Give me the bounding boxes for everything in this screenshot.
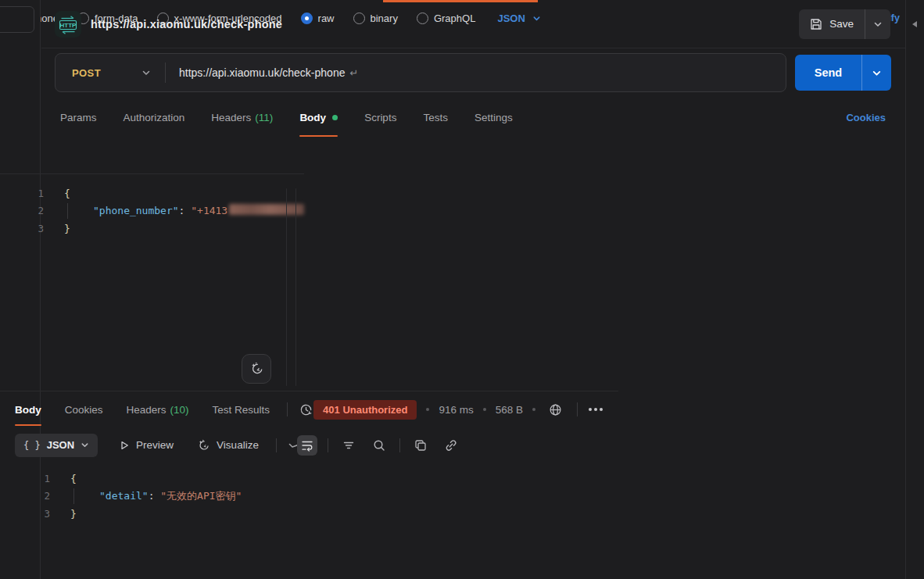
wrap-text-icon xyxy=(300,438,314,452)
response-status-cluster: 401 Unauthorized 916 ms 568 B xyxy=(313,399,604,420)
link-icon xyxy=(444,438,458,452)
tab-tests[interactable]: Tests xyxy=(423,97,448,138)
response-headers-count-badge: (10) xyxy=(170,404,189,416)
dot-separator xyxy=(483,408,486,411)
body-modified-dot xyxy=(332,115,338,120)
response-body-viewer[interactable]: 1 { 2 "detail": "无效的API密钥" 3 } xyxy=(0,463,242,579)
chevron-down-icon xyxy=(288,441,297,450)
divider xyxy=(165,63,166,83)
sparkle-assistant-icon xyxy=(249,361,264,377)
divider xyxy=(287,402,288,416)
tab-body[interactable]: Body xyxy=(299,97,338,138)
braces-icon: { } xyxy=(23,440,41,451)
code-line: 2 "detail": "无效的API密钥" xyxy=(0,488,242,506)
save-options-button[interactable] xyxy=(865,9,890,39)
url-input-box: POST https://api.xiaomu.uk/check-phone ↵ xyxy=(55,53,786,92)
request-body-editor[interactable]: 1 { 2 "phone_number": "+1413 3 } xyxy=(0,173,304,391)
sidebar-collapsed-tab[interactable] xyxy=(0,6,34,33)
divider xyxy=(276,438,277,452)
request-url-row: POST https://api.xiaomu.uk/check-phone ↵… xyxy=(41,48,905,97)
line-number: 3 xyxy=(0,508,50,520)
dot-separator xyxy=(532,408,535,411)
active-window-tab-indicator xyxy=(383,0,538,2)
chevron-down-icon xyxy=(81,441,89,449)
line-number: 2 xyxy=(0,205,44,216)
http-request-icon: HTTP xyxy=(55,11,81,38)
copy-icon xyxy=(414,438,428,452)
send-button[interactable]: Send xyxy=(795,55,861,91)
tab-headers[interactable]: Headers(11) xyxy=(211,97,273,138)
tab-authorization[interactable]: Authorization xyxy=(124,97,185,138)
response-format-selector[interactable]: { } JSON xyxy=(15,434,98,457)
right-sidebar-rail xyxy=(905,0,924,579)
more-options-icon[interactable] xyxy=(587,406,604,413)
line-number: 1 xyxy=(0,473,50,484)
response-tab-body[interactable]: Body xyxy=(15,391,41,427)
play-icon xyxy=(119,440,130,451)
format-label: JSON xyxy=(47,439,74,451)
svg-text:HTTP: HTTP xyxy=(60,22,77,29)
code-line: 3 } xyxy=(0,505,242,523)
copy-button[interactable] xyxy=(410,435,431,456)
tab-settings[interactable]: Settings xyxy=(475,97,513,138)
save-button-group: Save xyxy=(799,9,890,39)
send-button-group: Send xyxy=(795,55,891,91)
link-button[interactable] xyxy=(441,435,461,456)
method-label: POST xyxy=(72,67,101,79)
line-number: 1 xyxy=(0,188,44,199)
divider xyxy=(328,438,328,452)
chevron-down-icon xyxy=(872,68,882,78)
tab-params[interactable]: Params xyxy=(60,97,97,138)
collapse-panel-caret-icon[interactable] xyxy=(912,21,917,27)
response-tab-cookies[interactable]: Cookies xyxy=(65,391,103,427)
response-header: Body Cookies Headers(10) Test Results 40… xyxy=(0,391,618,427)
response-tab-headers[interactable]: Headers(10) xyxy=(127,391,189,427)
response-size: 568 B xyxy=(496,404,523,416)
headers-count-badge: (11) xyxy=(255,112,273,123)
response-tab-test-results[interactable]: Test Results xyxy=(213,391,270,427)
response-history-button[interactable] xyxy=(299,402,313,417)
sparkle-visualize-icon xyxy=(196,438,210,452)
redacted-value-blur xyxy=(229,204,304,215)
globe-icon xyxy=(548,402,563,417)
status-badge: 401 Unauthorized xyxy=(313,400,417,420)
wrap-text-button[interactable] xyxy=(297,435,317,456)
method-selector[interactable]: POST xyxy=(56,67,165,79)
save-button-label: Save xyxy=(829,18,854,30)
dot-separator xyxy=(426,408,429,411)
response-time: 916 ms xyxy=(439,404,473,416)
request-title-bar: HTTP https://api.xiaomu.uk/check-phone S… xyxy=(41,0,905,48)
response-toolbar: { } JSON Preview Visualize xyxy=(0,427,478,463)
active-tab-underline xyxy=(299,135,338,137)
code-line: 3 } xyxy=(0,220,304,238)
filter-icon xyxy=(342,438,356,452)
line-number: 2 xyxy=(0,490,50,502)
indent-guide xyxy=(73,488,99,504)
active-tab-underline xyxy=(15,424,41,426)
url-input[interactable]: https://api.xiaomu.uk/check-phone xyxy=(179,66,345,79)
search-button[interactable] xyxy=(369,435,389,456)
network-info-button[interactable] xyxy=(545,399,566,420)
return-key-hint: ↵ xyxy=(349,67,358,79)
history-clock-icon xyxy=(299,402,313,417)
chevron-down-icon xyxy=(873,20,883,29)
filter-button[interactable] xyxy=(338,435,359,456)
visualize-button[interactable]: Visualize xyxy=(196,438,259,452)
more-views-button[interactable] xyxy=(288,441,297,450)
save-button[interactable]: Save xyxy=(799,9,865,39)
send-options-button[interactable] xyxy=(861,55,891,91)
tab-scripts[interactable]: Scripts xyxy=(364,97,396,138)
code-line: 1 { xyxy=(0,184,304,202)
cookies-link[interactable]: Cookies xyxy=(846,112,886,123)
preview-button[interactable]: Preview xyxy=(119,439,174,451)
search-icon xyxy=(372,438,386,452)
divider xyxy=(577,402,578,416)
postbot-assistant-button[interactable] xyxy=(242,354,271,384)
request-tabs: Params Authorization Headers(11) Body Sc… xyxy=(41,97,905,138)
api-client-app: HTTP https://api.xiaomu.uk/check-phone S… xyxy=(0,0,924,579)
chevron-down-icon xyxy=(141,68,151,77)
indent-guide xyxy=(67,203,93,219)
code-line: 1 { xyxy=(0,470,242,488)
response-tools xyxy=(297,435,461,456)
request-title: https://api.xiaomu.uk/check-phone xyxy=(91,18,282,30)
